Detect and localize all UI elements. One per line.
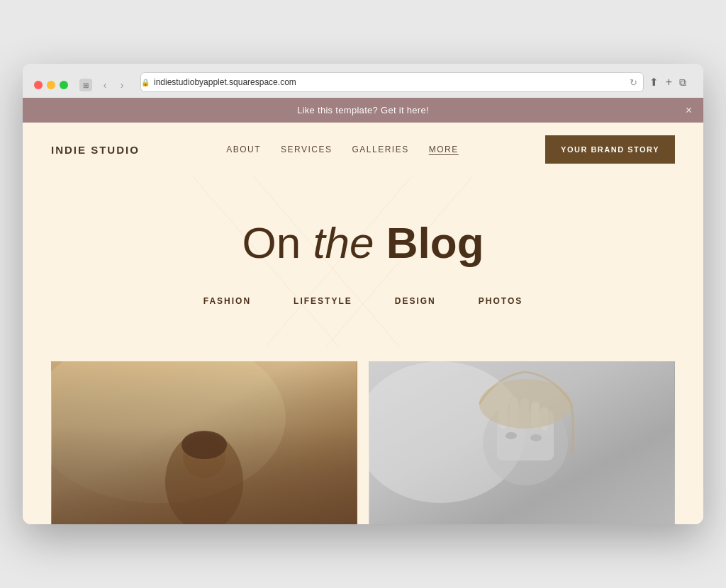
card-2-svg [369, 361, 675, 524]
back-arrow[interactable]: ‹ [98, 78, 112, 92]
maximize-button[interactable] [60, 81, 68, 89]
close-icon[interactable]: × [686, 104, 692, 117]
browser-chrome: ⊞ ‹ › 🔒 indiestudiobyapplet.squarespace.… [23, 64, 703, 98]
card-1-svg [51, 361, 357, 524]
hero-title-on: On [242, 218, 313, 267]
nav-link-more[interactable]: MORE [429, 145, 459, 154]
nav-link-about[interactable]: ABOUT [226, 145, 261, 154]
hero-title-blog: Blog [374, 218, 484, 267]
category-design[interactable]: DESIGN [395, 296, 436, 306]
brand-story-button[interactable]: YOUR BRAND STORY [545, 135, 675, 164]
blog-categories: FASHION LIFESTYLE DESIGN PHOTOS [51, 290, 675, 312]
nav-arrows: ‹ › [98, 78, 129, 92]
browser-controls: ⊞ ‹ › 🔒 indiestudiobyapplet.squarespace.… [34, 72, 692, 98]
navigation: INDIE STUDIO ABOUT SERVICES GALLERIES MO… [23, 123, 703, 176]
blog-card-1[interactable] [51, 361, 357, 524]
announcement-banner: Like this template? Get it here! × [23, 98, 703, 123]
address-bar[interactable]: 🔒 indiestudiobyapplet.squarespace.com ↻ [140, 72, 644, 92]
nav-links: ABOUT SERVICES GALLERIES MORE [226, 145, 459, 154]
forward-arrow[interactable]: › [115, 78, 129, 92]
blog-card-2[interactable] [369, 361, 675, 524]
card-1-image [51, 361, 357, 524]
svg-point-6 [165, 432, 243, 524]
hero-title-the: the [313, 218, 374, 267]
new-tab-icon[interactable]: + [666, 76, 672, 89]
minimize-button[interactable] [47, 81, 55, 89]
hero-section: On the Blog FASHION LIFESTYLE DESIGN PHO… [23, 176, 703, 346]
grid-icon[interactable]: ⊞ [79, 79, 92, 91]
category-lifestyle[interactable]: LIFESTYLE [294, 296, 352, 306]
tabs-icon[interactable]: ⧉ [679, 77, 686, 89]
traffic-lights [34, 81, 68, 89]
category-fashion[interactable]: FASHION [203, 296, 251, 306]
website-content: Like this template? Get it here! × INDIE… [23, 98, 703, 524]
url-text: indiestudiobyapplet.squarespace.com [154, 77, 296, 87]
refresh-icon[interactable]: ↻ [630, 77, 637, 88]
nav-link-services[interactable]: SERVICES [281, 145, 332, 154]
hero-title: On the Blog [51, 219, 675, 267]
banner-text: Like this template? Get it here! [297, 105, 429, 115]
svg-point-7 [183, 436, 225, 478]
svg-point-8 [182, 431, 227, 459]
lock-icon: 🔒 [141, 79, 150, 86]
share-icon[interactable]: ⬆ [649, 76, 659, 89]
browser-window: ⊞ ‹ › 🔒 indiestudiobyapplet.squarespace.… [23, 64, 703, 524]
nav-link-galleries[interactable]: GALLERIES [352, 145, 409, 154]
window-controls: ⊞ [79, 79, 92, 91]
category-photos[interactable]: PHOTOS [479, 296, 523, 306]
card-2-image [369, 361, 675, 524]
logo[interactable]: INDIE STUDIO [51, 144, 140, 156]
blog-cards [23, 347, 703, 524]
close-button[interactable] [34, 81, 43, 89]
svg-rect-9 [52, 361, 357, 524]
